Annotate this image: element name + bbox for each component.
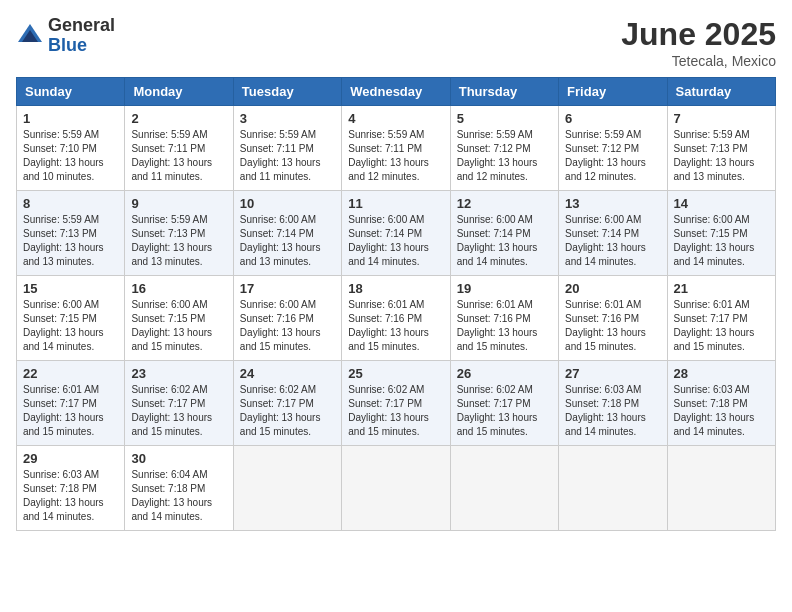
day-number: 3 <box>240 111 335 126</box>
calendar-day-cell: 8Sunrise: 5:59 AMSunset: 7:13 PMDaylight… <box>17 191 125 276</box>
weekday-header: Tuesday <box>233 78 341 106</box>
day-number: 6 <box>565 111 660 126</box>
day-number: 8 <box>23 196 118 211</box>
day-number: 4 <box>348 111 443 126</box>
day-number: 17 <box>240 281 335 296</box>
day-number: 30 <box>131 451 226 466</box>
weekday-header: Sunday <box>17 78 125 106</box>
calendar-day-cell: 27Sunrise: 6:03 AMSunset: 7:18 PMDayligh… <box>559 361 667 446</box>
day-info: Sunrise: 6:04 AMSunset: 7:18 PMDaylight:… <box>131 468 226 524</box>
day-number: 14 <box>674 196 769 211</box>
calendar-day-cell: 22Sunrise: 6:01 AMSunset: 7:17 PMDayligh… <box>17 361 125 446</box>
calendar-day-cell: 12Sunrise: 6:00 AMSunset: 7:14 PMDayligh… <box>450 191 558 276</box>
calendar-day-cell <box>450 446 558 531</box>
logo-text: General Blue <box>48 16 115 56</box>
day-info: Sunrise: 6:01 AMSunset: 7:16 PMDaylight:… <box>565 298 660 354</box>
calendar-day-cell: 1Sunrise: 5:59 AMSunset: 7:10 PMDaylight… <box>17 106 125 191</box>
calendar-day-cell: 19Sunrise: 6:01 AMSunset: 7:16 PMDayligh… <box>450 276 558 361</box>
calendar-day-cell: 23Sunrise: 6:02 AMSunset: 7:17 PMDayligh… <box>125 361 233 446</box>
day-info: Sunrise: 5:59 AMSunset: 7:11 PMDaylight:… <box>240 128 335 184</box>
day-info: Sunrise: 5:59 AMSunset: 7:12 PMDaylight:… <box>565 128 660 184</box>
day-info: Sunrise: 6:03 AMSunset: 7:18 PMDaylight:… <box>674 383 769 439</box>
day-info: Sunrise: 6:00 AMSunset: 7:14 PMDaylight:… <box>565 213 660 269</box>
calendar-day-cell: 15Sunrise: 6:00 AMSunset: 7:15 PMDayligh… <box>17 276 125 361</box>
day-info: Sunrise: 5:59 AMSunset: 7:11 PMDaylight:… <box>348 128 443 184</box>
calendar-table: SundayMondayTuesdayWednesdayThursdayFrid… <box>16 77 776 531</box>
day-info: Sunrise: 6:01 AMSunset: 7:16 PMDaylight:… <box>348 298 443 354</box>
day-number: 10 <box>240 196 335 211</box>
calendar-day-cell: 4Sunrise: 5:59 AMSunset: 7:11 PMDaylight… <box>342 106 450 191</box>
calendar-day-cell: 14Sunrise: 6:00 AMSunset: 7:15 PMDayligh… <box>667 191 775 276</box>
day-info: Sunrise: 6:00 AMSunset: 7:14 PMDaylight:… <box>240 213 335 269</box>
calendar-day-cell <box>559 446 667 531</box>
calendar-week-row: 15Sunrise: 6:00 AMSunset: 7:15 PMDayligh… <box>17 276 776 361</box>
calendar-day-cell: 25Sunrise: 6:02 AMSunset: 7:17 PMDayligh… <box>342 361 450 446</box>
page-header: General Blue June 2025 Tetecala, Mexico <box>16 16 776 69</box>
weekday-header: Thursday <box>450 78 558 106</box>
day-info: Sunrise: 5:59 AMSunset: 7:13 PMDaylight:… <box>23 213 118 269</box>
weekday-header: Wednesday <box>342 78 450 106</box>
calendar-day-cell: 7Sunrise: 5:59 AMSunset: 7:13 PMDaylight… <box>667 106 775 191</box>
calendar-day-cell <box>233 446 341 531</box>
calendar-day-cell: 21Sunrise: 6:01 AMSunset: 7:17 PMDayligh… <box>667 276 775 361</box>
day-info: Sunrise: 6:00 AMSunset: 7:15 PMDaylight:… <box>131 298 226 354</box>
calendar-day-cell: 18Sunrise: 6:01 AMSunset: 7:16 PMDayligh… <box>342 276 450 361</box>
day-info: Sunrise: 6:02 AMSunset: 7:17 PMDaylight:… <box>348 383 443 439</box>
calendar-header-row: SundayMondayTuesdayWednesdayThursdayFrid… <box>17 78 776 106</box>
day-number: 5 <box>457 111 552 126</box>
calendar-day-cell: 6Sunrise: 5:59 AMSunset: 7:12 PMDaylight… <box>559 106 667 191</box>
day-info: Sunrise: 5:59 AMSunset: 7:11 PMDaylight:… <box>131 128 226 184</box>
day-number: 7 <box>674 111 769 126</box>
day-info: Sunrise: 6:02 AMSunset: 7:17 PMDaylight:… <box>131 383 226 439</box>
logo-general: General <box>48 16 115 36</box>
day-info: Sunrise: 5:59 AMSunset: 7:13 PMDaylight:… <box>674 128 769 184</box>
day-info: Sunrise: 5:59 AMSunset: 7:13 PMDaylight:… <box>131 213 226 269</box>
day-info: Sunrise: 6:02 AMSunset: 7:17 PMDaylight:… <box>240 383 335 439</box>
calendar-week-row: 1Sunrise: 5:59 AMSunset: 7:10 PMDaylight… <box>17 106 776 191</box>
day-info: Sunrise: 6:00 AMSunset: 7:14 PMDaylight:… <box>348 213 443 269</box>
calendar-day-cell: 5Sunrise: 5:59 AMSunset: 7:12 PMDaylight… <box>450 106 558 191</box>
location: Tetecala, Mexico <box>621 53 776 69</box>
day-number: 1 <box>23 111 118 126</box>
calendar-day-cell: 26Sunrise: 6:02 AMSunset: 7:17 PMDayligh… <box>450 361 558 446</box>
calendar-day-cell: 2Sunrise: 5:59 AMSunset: 7:11 PMDaylight… <box>125 106 233 191</box>
day-number: 25 <box>348 366 443 381</box>
day-info: Sunrise: 6:01 AMSunset: 7:17 PMDaylight:… <box>23 383 118 439</box>
day-info: Sunrise: 6:02 AMSunset: 7:17 PMDaylight:… <box>457 383 552 439</box>
logo: General Blue <box>16 16 115 56</box>
day-number: 24 <box>240 366 335 381</box>
calendar-day-cell: 20Sunrise: 6:01 AMSunset: 7:16 PMDayligh… <box>559 276 667 361</box>
day-number: 22 <box>23 366 118 381</box>
day-number: 21 <box>674 281 769 296</box>
day-number: 9 <box>131 196 226 211</box>
day-number: 19 <box>457 281 552 296</box>
day-info: Sunrise: 6:01 AMSunset: 7:16 PMDaylight:… <box>457 298 552 354</box>
day-number: 26 <box>457 366 552 381</box>
day-info: Sunrise: 6:00 AMSunset: 7:15 PMDaylight:… <box>674 213 769 269</box>
calendar-day-cell: 11Sunrise: 6:00 AMSunset: 7:14 PMDayligh… <box>342 191 450 276</box>
weekday-header: Monday <box>125 78 233 106</box>
day-number: 23 <box>131 366 226 381</box>
calendar-day-cell: 30Sunrise: 6:04 AMSunset: 7:18 PMDayligh… <box>125 446 233 531</box>
weekday-header: Saturday <box>667 78 775 106</box>
calendar-day-cell: 28Sunrise: 6:03 AMSunset: 7:18 PMDayligh… <box>667 361 775 446</box>
calendar-day-cell <box>342 446 450 531</box>
day-info: Sunrise: 6:03 AMSunset: 7:18 PMDaylight:… <box>565 383 660 439</box>
day-info: Sunrise: 6:03 AMSunset: 7:18 PMDaylight:… <box>23 468 118 524</box>
calendar-week-row: 29Sunrise: 6:03 AMSunset: 7:18 PMDayligh… <box>17 446 776 531</box>
calendar-day-cell: 24Sunrise: 6:02 AMSunset: 7:17 PMDayligh… <box>233 361 341 446</box>
day-info: Sunrise: 6:00 AMSunset: 7:16 PMDaylight:… <box>240 298 335 354</box>
day-info: Sunrise: 5:59 AMSunset: 7:12 PMDaylight:… <box>457 128 552 184</box>
calendar-week-row: 22Sunrise: 6:01 AMSunset: 7:17 PMDayligh… <box>17 361 776 446</box>
day-info: Sunrise: 5:59 AMSunset: 7:10 PMDaylight:… <box>23 128 118 184</box>
calendar-day-cell: 10Sunrise: 6:00 AMSunset: 7:14 PMDayligh… <box>233 191 341 276</box>
calendar-week-row: 8Sunrise: 5:59 AMSunset: 7:13 PMDaylight… <box>17 191 776 276</box>
calendar-day-cell: 13Sunrise: 6:00 AMSunset: 7:14 PMDayligh… <box>559 191 667 276</box>
day-number: 16 <box>131 281 226 296</box>
day-number: 2 <box>131 111 226 126</box>
day-number: 29 <box>23 451 118 466</box>
logo-icon <box>16 22 44 50</box>
day-number: 12 <box>457 196 552 211</box>
day-info: Sunrise: 6:00 AMSunset: 7:14 PMDaylight:… <box>457 213 552 269</box>
day-info: Sunrise: 6:00 AMSunset: 7:15 PMDaylight:… <box>23 298 118 354</box>
